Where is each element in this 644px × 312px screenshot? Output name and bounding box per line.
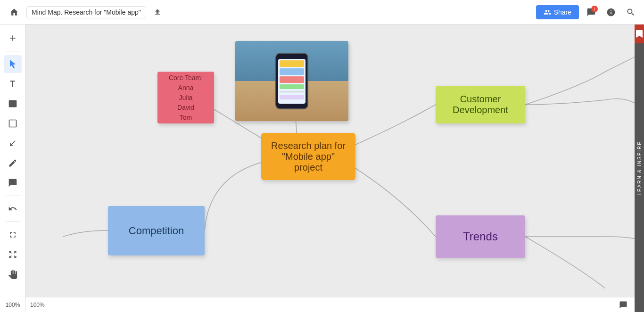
notification-badge: 1	[591, 6, 598, 12]
search-button[interactable]	[623, 5, 638, 20]
title-bar: Mind Map. Research for "Mobile app"	[26, 6, 146, 18]
statusbar: 100%	[25, 297, 635, 312]
hand-tool[interactable]	[4, 265, 22, 283]
sticky-tool[interactable]	[4, 95, 22, 113]
toolbar: T 100%	[0, 25, 25, 312]
phone-graphic	[235, 41, 348, 121]
phone-screen	[278, 59, 305, 104]
cursor-tool[interactable]	[4, 55, 22, 73]
trends-label: Trends	[463, 230, 498, 243]
core-team-node[interactable]: Core Team: Anna Julia David Tom	[157, 72, 214, 123]
canvas[interactable]: Core Team: Anna Julia David Tom Research…	[25, 25, 635, 312]
competition-label: Competition	[129, 225, 184, 237]
core-team-label: Core Team: Anna Julia David Tom	[169, 73, 203, 123]
zoom-label: 100%	[0, 302, 25, 308]
toolbar-divider-3	[6, 222, 20, 222]
phone-shape	[275, 53, 308, 109]
center-label: Research plan for "Mobile app" project	[269, 140, 348, 173]
topbar: Mind Map. Research for "Mobile app" Shar…	[0, 0, 644, 25]
chat-icon-btn[interactable]: 1	[584, 5, 599, 20]
learn-inspire-label[interactable]: LEARN & INSPIRE	[637, 136, 642, 200]
right-panel: LEARN & INSPIRE	[635, 25, 644, 312]
zoom-expand-tool[interactable]	[4, 246, 22, 263]
comment-tool[interactable]	[4, 174, 22, 192]
undo-tool[interactable]	[4, 200, 22, 218]
zoom-status: 100%	[30, 302, 45, 308]
toolbar-divider-1	[6, 51, 20, 51]
chat-button[interactable]	[617, 298, 630, 312]
info-button[interactable]	[603, 5, 619, 20]
line-tool[interactable]	[4, 134, 22, 152]
document-title: Mind Map. Research for "Mobile app"	[32, 8, 141, 16]
add-tool[interactable]	[4, 29, 22, 47]
topbar-right: Share 1	[536, 5, 638, 20]
image-node[interactable]	[235, 41, 348, 121]
pen-tool[interactable]	[4, 154, 22, 172]
home-button[interactable]	[6, 4, 23, 21]
share-button[interactable]: Share	[536, 5, 579, 19]
upload-button[interactable]	[150, 5, 165, 20]
toolbar-divider-2	[6, 196, 20, 196]
center-node[interactable]: Research plan for "Mobile app" project	[261, 133, 355, 180]
customer-dev-node[interactable]: Customer Development	[436, 86, 525, 123]
share-label: Share	[554, 8, 571, 16]
competition-node[interactable]: Competition	[108, 206, 205, 255]
fit-screen-tool[interactable]	[4, 226, 22, 244]
trends-node[interactable]: Trends	[436, 215, 525, 258]
rect-tool[interactable]	[4, 115, 22, 132]
customer-dev-label: Customer Development	[443, 94, 518, 115]
text-tool[interactable]: T	[4, 75, 22, 93]
svg-rect-0	[9, 120, 16, 127]
bookmark-icon[interactable]	[635, 25, 644, 43]
